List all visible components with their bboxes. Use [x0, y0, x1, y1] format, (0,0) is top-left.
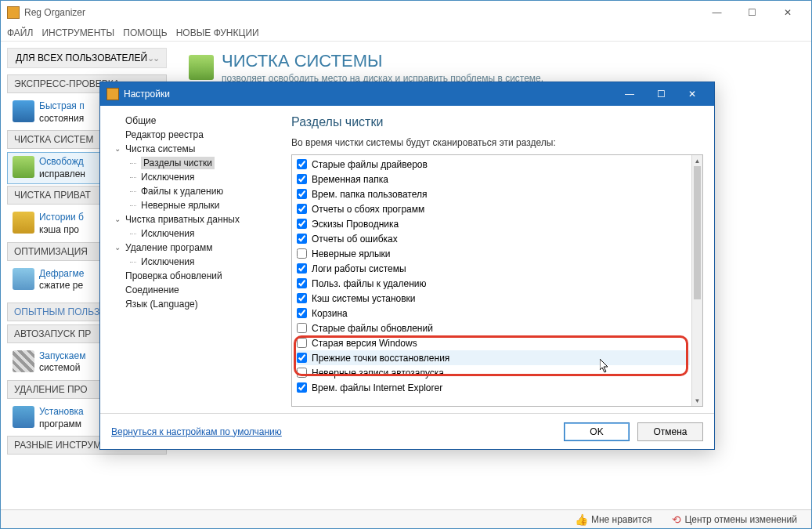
menu-help[interactable]: ПОМОЩЬ [123, 27, 167, 38]
dialog-maximize-button[interactable]: ☐ [645, 83, 677, 105]
checkbox[interactable] [297, 263, 307, 274]
check-icon [13, 100, 34, 122]
checkbox[interactable] [297, 219, 307, 229]
undo-center-button[interactable]: ⟲ Центр отмены изменений [667, 512, 802, 527]
tree-item[interactable]: Исключения [106, 170, 274, 184]
check-label: Кэш системы установки [312, 293, 416, 304]
tree-item[interactable]: Проверка обновлений [106, 269, 274, 283]
check-row[interactable]: Эскизы Проводника [294, 216, 690, 231]
tree-item-label: Чистка приватных данных [125, 214, 240, 225]
checkbox[interactable] [297, 248, 307, 259]
check-row[interactable]: Временная папка [294, 172, 690, 187]
dialog-title: Настройки [124, 89, 614, 100]
checkbox[interactable] [297, 323, 307, 333]
check-row[interactable]: Неверные записи автозапуска [294, 365, 690, 380]
check-row[interactable]: Старые файлы драйверов [294, 157, 690, 172]
check-row[interactable]: Корзина [294, 306, 690, 321]
reset-defaults-link[interactable]: Вернуться к настройкам по умолчанию [111, 426, 282, 437]
maximize-button[interactable]: ☐ [734, 2, 770, 24]
checkbox[interactable] [297, 293, 307, 303]
check-label: Польз. файлы к удалению [312, 278, 427, 289]
tree-item[interactable]: Общие [106, 114, 274, 128]
checkbox[interactable] [297, 204, 307, 214]
menu-file[interactable]: ФАЙЛ [7, 27, 33, 38]
check-label: Корзина [312, 308, 348, 319]
dialog-footer: Вернуться к настройкам по умолчанию OK О… [100, 413, 714, 449]
check-row[interactable]: Логи работы системы [294, 261, 690, 276]
tree-item-label: Удаление программ [125, 242, 212, 253]
trash-icon [13, 406, 34, 428]
check-row[interactable]: Врем. файлы Internet Explorer [294, 380, 690, 395]
checkbox[interactable] [297, 353, 307, 363]
check-row[interactable]: Отчеты о сбоях программ [294, 201, 690, 216]
checkbox[interactable] [297, 189, 307, 199]
checkbox[interactable] [297, 278, 307, 288]
check-row[interactable]: Кэш системы установки [294, 291, 690, 306]
checkbox[interactable] [297, 368, 307, 378]
chevron-down-icon: ⌄⌄ [147, 53, 158, 63]
user-switch-label: ДЛЯ ВСЕХ ПОЛЬЗОВАТЕЛЕЙ [16, 53, 147, 63]
check-label: Старая версия Windows [312, 338, 417, 349]
scroll-thumb[interactable] [694, 166, 701, 299]
check-row[interactable]: Врем. папка пользователя [294, 187, 690, 201]
check-row[interactable]: Прежние точки восстановления [294, 350, 690, 365]
check-row[interactable]: Неверные ярлыки [294, 246, 690, 261]
scroll-down-icon[interactable]: ▼ [692, 395, 702, 406]
close-button[interactable]: ✕ [770, 2, 805, 24]
check-label: Неверные ярлыки [312, 248, 391, 259]
user-switch[interactable]: ДЛЯ ВСЕХ ПОЛЬЗОВАТЕЛЕЙ ⌄⌄ [7, 48, 167, 68]
checkbox[interactable] [297, 338, 307, 348]
menu-tools[interactable]: ИНСТРУМЕНТЫ [42, 27, 114, 38]
tree-item[interactable]: ⌄Чистка приватных данных [106, 212, 274, 226]
tree-item[interactable]: Исключения [106, 255, 274, 269]
settings-tree: ОбщиеРедактор реестра⌄Чистка системыРазд… [100, 106, 280, 413]
tree-item-label: Проверка обновлений [125, 270, 222, 281]
check-row[interactable]: Старые файлы обновлений [294, 321, 690, 335]
page-title: ЧИСТКА СИСТЕМЫ [222, 51, 543, 71]
check-label: Старые файлы драйверов [312, 159, 428, 170]
check-label: Эскизы Проводника [312, 219, 399, 230]
like-button[interactable]: 👍 Мне нравится [570, 512, 657, 527]
broom-icon [13, 212, 34, 234]
flag-icon [13, 350, 34, 372]
checkbox[interactable] [297, 159, 307, 169]
tree-item[interactable]: Неверные ярлыки [106, 198, 274, 212]
check-row[interactable]: Старая версия Windows [294, 335, 690, 350]
dialog-close-button[interactable]: ✕ [677, 83, 708, 105]
settings-dialog: Настройки — ☐ ✕ ОбщиеРедактор реестра⌄Чи… [99, 82, 715, 450]
tree-item[interactable]: Исключения [106, 226, 274, 241]
menubar: ФАЙЛ ИНСТРУМЕНТЫ ПОМОЩЬ НОВЫЕ ФУНКЦИИ [1, 24, 811, 42]
tree-item-label: Исключения [141, 256, 195, 267]
caret-icon: ⌄ [114, 144, 122, 153]
caret-icon: ⌄ [114, 243, 122, 252]
tree-item[interactable]: Язык (Language) [106, 297, 274, 311]
dialog-minimize-button[interactable]: — [614, 83, 645, 105]
check-label: Временная папка [312, 174, 388, 185]
settings-panel-title: Разделы чистки [291, 115, 703, 129]
check-label: Прежние точки восстановления [312, 353, 449, 364]
checkbox[interactable] [297, 174, 307, 184]
ok-button[interactable]: OK [564, 422, 630, 441]
scroll-up-icon[interactable]: ▲ [692, 155, 702, 166]
check-label: Старые файлы обновлений [312, 323, 433, 334]
tree-item[interactable]: ⌄Чистка системы [106, 142, 274, 156]
check-row[interactable]: Польз. файлы к удалению [294, 276, 690, 291]
tree-item[interactable]: Файлы к удалению [106, 184, 274, 198]
tree-item[interactable]: ⌄Удаление программ [106, 241, 274, 255]
undo-icon: ⟲ [672, 513, 681, 526]
thumbs-up-icon: 👍 [575, 513, 588, 526]
cancel-button[interactable]: Отмена [637, 422, 703, 441]
tree-item[interactable]: Соединение [106, 283, 274, 297]
dialog-app-icon [106, 88, 119, 100]
minimize-button[interactable]: — [699, 2, 734, 24]
check-row[interactable]: Отчеты об ошибках [294, 231, 690, 246]
checkbox[interactable] [297, 234, 307, 244]
check-label: Отчеты об ошибках [312, 234, 398, 245]
tree-item[interactable]: Разделы чистки [106, 156, 274, 170]
scrollbar[interactable]: ▲ ▼ [691, 155, 702, 406]
menu-new[interactable]: НОВЫЕ ФУНКЦИИ [176, 27, 259, 38]
tree-item[interactable]: Редактор реестра [106, 128, 274, 142]
checkbox[interactable] [297, 382, 307, 393]
checkbox[interactable] [297, 308, 307, 318]
tree-item-label: Редактор реестра [125, 129, 204, 140]
